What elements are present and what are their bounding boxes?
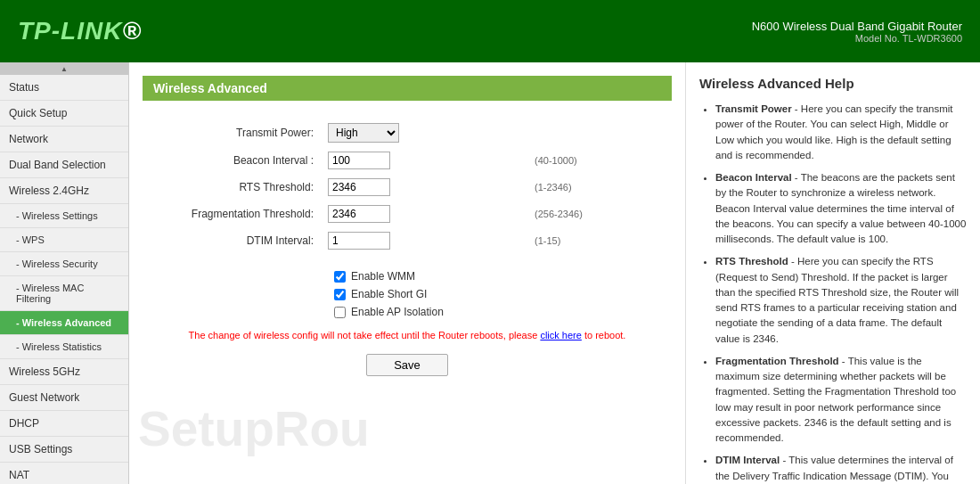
sidebar-scroll-up[interactable]: ▲ bbox=[0, 62, 128, 75]
help-list-item: Transmit Power - Here you can specify th… bbox=[715, 102, 967, 163]
form-table: Transmit Power: High Middle Low Beacon I… bbox=[143, 119, 672, 254]
rts-threshold-row: RTS Threshold: (1-2346) bbox=[143, 174, 672, 201]
help-list: Transmit Power - Here you can specify th… bbox=[699, 102, 967, 484]
enable-short-gi-checkbox[interactable] bbox=[334, 289, 346, 300]
sidebar-item-status[interactable]: Status bbox=[0, 75, 128, 101]
fragmentation-threshold-input[interactable] bbox=[328, 205, 390, 223]
watermark: SetupRou bbox=[138, 400, 370, 457]
enable-ap-isolation-label: Enable AP Isolation bbox=[351, 306, 444, 318]
sidebar-item-wireless-mac[interactable]: - Wireless MAC Filtering bbox=[0, 276, 128, 311]
click-here-link[interactable]: click here bbox=[540, 330, 581, 340]
sidebar-item-wireless-stats[interactable]: - Wireless Statistics bbox=[0, 335, 128, 359]
logo: TP-LINK® bbox=[18, 17, 142, 45]
rts-threshold-input[interactable] bbox=[328, 178, 390, 196]
rts-threshold-label: RTS Threshold: bbox=[143, 174, 321, 201]
enable-ap-isolation-row: Enable AP Isolation bbox=[143, 303, 672, 321]
right-pane: Wireless Advanced Help Transmit Power - … bbox=[686, 62, 980, 484]
rts-threshold-range: (1-2346) bbox=[527, 174, 672, 201]
sidebar-item-nat[interactable]: NAT bbox=[0, 463, 128, 484]
sidebar-item-dual-band[interactable]: Dual Band Selection bbox=[0, 152, 128, 178]
sidebar-item-dhcp[interactable]: DHCP bbox=[0, 411, 128, 437]
beacon-interval-label: Beacon Interval : bbox=[143, 147, 321, 174]
enable-wmm-checkbox[interactable] bbox=[334, 271, 346, 283]
sidebar-item-wireless-advanced[interactable]: - Wireless Advanced bbox=[0, 311, 128, 335]
warning-text: The change of wireless config will not t… bbox=[143, 330, 672, 340]
sidebar: ▲ Status Quick Setup Network Dual Band S… bbox=[0, 62, 129, 484]
sidebar-item-wireless-5ghz[interactable]: Wireless 5GHz bbox=[0, 359, 128, 385]
scroll-up-arrow: ▲ bbox=[61, 65, 68, 73]
dtim-interval-range: (1-15) bbox=[527, 227, 672, 254]
logo-text: TP-LINK bbox=[18, 17, 122, 45]
model-number: Model No. TL-WDR3600 bbox=[752, 33, 962, 44]
enable-short-gi-label: Enable Short GI bbox=[351, 288, 427, 300]
main-layout: ▲ Status Quick Setup Network Dual Band S… bbox=[0, 62, 980, 484]
beacon-interval-range: (40-1000) bbox=[527, 147, 672, 174]
fragmentation-threshold-label: Fragmentation Threshold: bbox=[143, 201, 321, 227]
enable-ap-isolation-checkbox[interactable] bbox=[334, 307, 346, 318]
header: TP-LINK® N600 Wireless Dual Band Gigabit… bbox=[0, 0, 980, 62]
beacon-interval-row: Beacon Interval : (40-1000) bbox=[143, 147, 672, 174]
help-title: Wireless Advanced Help bbox=[699, 76, 967, 91]
device-name: N600 Wireless Dual Band Gigabit Router bbox=[752, 20, 962, 33]
fragmentation-threshold-range: (256-2346) bbox=[527, 201, 672, 227]
help-list-item: DTIM Interval - This value determines th… bbox=[715, 453, 967, 484]
sidebar-item-quick-setup[interactable]: Quick Setup bbox=[0, 101, 128, 127]
transmit-power-select[interactable]: High Middle Low bbox=[328, 123, 399, 143]
page-title: Wireless Advanced bbox=[143, 76, 672, 101]
help-list-item: RTS Threshold - Here you can specify the… bbox=[715, 254, 967, 347]
enable-wmm-row: Enable WMM bbox=[143, 267, 672, 285]
sidebar-item-wps[interactable]: - WPS bbox=[0, 228, 128, 252]
sidebar-item-wireless-security[interactable]: - Wireless Security bbox=[0, 252, 128, 276]
help-list-item: Fragmentation Threshold - This value is … bbox=[715, 354, 967, 447]
transmit-power-row: Transmit Power: High Middle Low bbox=[143, 119, 672, 147]
help-list-item: Beacon Interval - The beacons are the pa… bbox=[715, 170, 967, 247]
split-pane: Wireless Advanced Transmit Power: High M… bbox=[129, 62, 980, 484]
device-info: N600 Wireless Dual Band Gigabit Router M… bbox=[752, 20, 962, 44]
dtim-interval-label: DTIM Interval: bbox=[143, 227, 321, 254]
sidebar-item-wireless-settings[interactable]: - Wireless Settings bbox=[0, 204, 128, 228]
left-pane: Wireless Advanced Transmit Power: High M… bbox=[129, 62, 686, 484]
sidebar-item-wireless-24[interactable]: Wireless 2.4GHz bbox=[0, 178, 128, 204]
enable-short-gi-row: Enable Short GI bbox=[143, 285, 672, 303]
transmit-power-label: Transmit Power: bbox=[143, 119, 321, 147]
beacon-interval-input[interactable] bbox=[328, 152, 390, 169]
fragmentation-threshold-row: Fragmentation Threshold: (256-2346) bbox=[143, 201, 672, 227]
save-button[interactable]: Save bbox=[366, 354, 448, 376]
enable-wmm-label: Enable WMM bbox=[351, 270, 415, 283]
save-btn-row: Save bbox=[143, 354, 672, 376]
sidebar-item-network[interactable]: Network bbox=[0, 127, 128, 152]
dtim-interval-row: DTIM Interval: (1-15) bbox=[143, 227, 672, 254]
dtim-interval-input[interactable] bbox=[328, 232, 390, 250]
sidebar-item-usb-settings[interactable]: USB Settings bbox=[0, 437, 128, 463]
sidebar-item-guest-network[interactable]: Guest Network bbox=[0, 385, 128, 411]
